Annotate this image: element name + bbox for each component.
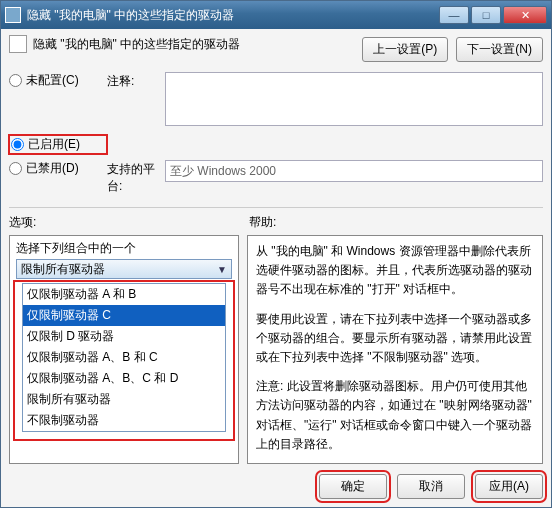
help-p1: 从 "我的电脑" 和 Windows 资源管理器中删除代表所选硬件驱动器的图标。… [256,242,534,300]
list-item[interactable]: 仅限制驱动器 A、B 和 C [23,347,225,368]
list-item[interactable]: 限制所有驱动器 [23,389,225,410]
options-pane: 选择下列组合中的一个 限制所有驱动器 ▼ 仅限制驱动器 A 和 B仅限制驱动器 … [9,235,239,464]
minimize-button[interactable]: — [439,6,469,24]
help-p2: 要使用此设置，请在下拉列表中选择一个驱动器或多个驱动器的组合。要显示所有驱动器，… [256,310,534,368]
radio-enabled-input[interactable] [11,138,24,151]
policy-icon [9,35,27,53]
maximize-button[interactable]: □ [471,6,501,24]
help-label: 帮助: [249,214,276,231]
radio-unconfigured-label: 未配置(C) [26,72,79,89]
list-item[interactable]: 仅限制驱动器 A、B、C 和 D [23,368,225,389]
prev-setting-button[interactable]: 上一设置(P) [362,37,448,62]
apply-button[interactable]: 应用(A) [475,474,543,499]
platform-field: 至少 Windows 2000 [165,160,543,182]
help-pane: 从 "我的电脑" 和 Windows 资源管理器中删除代表所选硬件驱动器的图标。… [247,235,543,464]
dropdown-label: 选择下列组合中的一个 [10,236,238,259]
titlebar: 隐藏 "我的电脑" 中的这些指定的驱动器 — □ ✕ [1,1,551,29]
next-setting-button[interactable]: 下一设置(N) [456,37,543,62]
policy-subtitle: 隐藏 "我的电脑" 中的这些指定的驱动器 [33,36,240,53]
platform-value: 至少 Windows 2000 [170,164,276,178]
platform-label: 支持的平台: [107,160,165,195]
options-label: 选项: [9,214,249,231]
app-icon [5,7,21,23]
list-item[interactable]: 仅限制驱动器 C [23,305,225,326]
list-item[interactable]: 仅限制 D 驱动器 [23,326,225,347]
radio-enabled-label: 已启用(E) [28,136,80,153]
options-listbox[interactable]: 仅限制驱动器 A 和 B仅限制驱动器 C仅限制 D 驱动器仅限制驱动器 A、B … [22,283,226,432]
radio-unconfigured-input[interactable] [9,74,22,87]
radio-unconfigured[interactable]: 未配置(C) [9,72,107,89]
ok-button[interactable]: 确定 [319,474,387,499]
help-p3: 注意: 此设置将删除驱动器图标。用户仍可使用其他方法访问驱动器的内容，如通过在 … [256,377,534,454]
window-title: 隐藏 "我的电脑" 中的这些指定的驱动器 [27,7,437,24]
radio-disabled[interactable]: 已禁用(D) [9,160,107,177]
dropdown-selected: 限制所有驱动器 [21,261,105,278]
divider [9,207,543,208]
comment-label: 注释: [107,72,165,90]
comment-textarea[interactable] [165,72,543,126]
combo-dropdown[interactable]: 限制所有驱动器 ▼ [16,259,232,279]
radio-disabled-input[interactable] [9,162,22,175]
radio-enabled[interactable]: 已启用(E) [9,135,107,154]
list-item[interactable]: 不限制驱动器 [23,410,225,431]
radio-disabled-label: 已禁用(D) [26,160,79,177]
cancel-button[interactable]: 取消 [397,474,465,499]
list-item[interactable]: 仅限制驱动器 A 和 B [23,284,225,305]
chevron-down-icon: ▼ [217,264,227,275]
close-button[interactable]: ✕ [503,6,547,24]
